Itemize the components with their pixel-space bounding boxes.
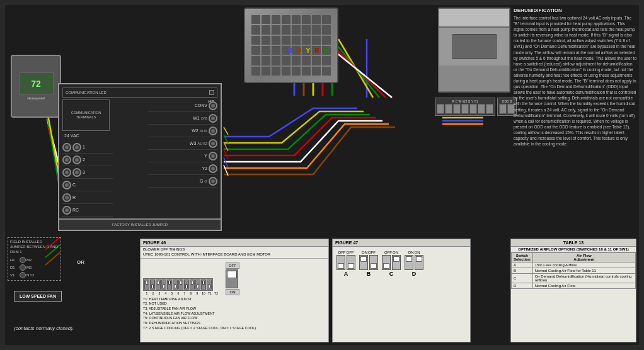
dip-t1 xyxy=(201,279,206,290)
grille-cell xyxy=(272,25,280,34)
grille-cell xyxy=(322,67,331,76)
thermostat-device: 72 Honeywell xyxy=(11,55,61,118)
brt-label-w1: W1 xyxy=(193,116,200,120)
terminal-icon-1b xyxy=(72,143,81,152)
row-b-switch: B xyxy=(512,268,533,274)
terminal-row-2: 2 xyxy=(62,154,113,166)
terminal-icon-rc xyxy=(62,206,71,215)
furnace-body xyxy=(438,8,510,93)
figure-46: FIGURE 46 BLOWER OFF TIMINGSUTEC 1095-10… xyxy=(140,239,329,342)
wire-label-b: B xyxy=(288,47,292,54)
terminal-label-2: 2 xyxy=(83,157,85,162)
field-terminal-h1m2: H1 M2 xyxy=(10,257,59,263)
low-speed-fan-box: LOW SPEED FAN xyxy=(14,291,62,302)
fig46-desc-t6: T6: DEHUMIDIFICATION SETTINGS xyxy=(143,321,326,326)
terminal-label-rc: RC xyxy=(72,208,79,212)
grille-cell xyxy=(322,36,331,45)
dip-number-labels: 1 2 3 4 5 6 7 8 9 10 T1 T2 xyxy=(143,291,219,295)
field-terminal-v1nt2: V1 N T2 xyxy=(10,272,59,278)
dip-6 xyxy=(173,279,178,290)
toggle-b-s1 xyxy=(359,255,368,270)
ts-w xyxy=(453,104,461,114)
low-speed-fan-label: LOW SPEED FAN xyxy=(20,294,56,298)
dip-thumb xyxy=(191,281,193,285)
dip-switches-container: 1 2 3 4 5 6 7 8 9 10 T1 T2 xyxy=(143,262,326,295)
dip-num-10: 10 xyxy=(200,291,207,295)
dip-num-5: 5 xyxy=(169,291,175,295)
terminal-row-3: 3 xyxy=(62,166,113,179)
wire-labels-top: B D Y R C xyxy=(288,47,328,54)
field-installed-label: FIELD INSTALLED JUMPER BETWEEN R AND DHM… xyxy=(10,240,59,254)
fig46-desc-t4: T4: LAT/SENSIBLE AIR FLOW ADJUSTMENT xyxy=(143,312,326,317)
grille-cell xyxy=(322,56,331,65)
toggle-b-label: B xyxy=(367,271,371,277)
comm-led-label: COMMUNICATION LED xyxy=(66,91,207,94)
toggle-thumb-down xyxy=(371,263,377,269)
toggle-group-b: ON OFF B xyxy=(359,251,378,277)
toggle-b-top-left: ON xyxy=(362,251,367,254)
table-13: TABLE 13 OPTIMIZED AIRFLOW OPTIONS (SWIT… xyxy=(510,239,636,342)
brt-conn-y2 xyxy=(209,164,217,173)
grille-cell xyxy=(251,36,260,45)
fig46-desc-t3: T3: ADJUSTABLE FAN AIR FLOW xyxy=(143,307,326,312)
brt-row-w2: W2 AUX xyxy=(148,125,217,137)
grille-cell xyxy=(272,56,280,65)
table-13-title: TABLE 13 xyxy=(511,239,636,247)
toggle-a-label: A xyxy=(344,271,348,277)
toggle-thumb-up xyxy=(416,256,422,262)
grille-cell xyxy=(292,25,301,34)
toggle-a-top: OFF OFF xyxy=(338,251,354,254)
ts-y1 xyxy=(486,104,493,114)
brt-conn-w2 xyxy=(209,127,217,135)
grille-cell xyxy=(322,15,331,24)
grille-cell xyxy=(292,67,301,76)
grille-cell xyxy=(312,36,321,45)
dip-numbers: 1 2 3 4 5 6 7 8 9 10 T1 T2 xyxy=(143,278,219,295)
dip-8 xyxy=(184,279,189,290)
brt-row-w3: W3 AUX2 xyxy=(148,137,217,150)
dip-switch-row xyxy=(143,278,213,291)
ft-label-n: N xyxy=(26,273,29,277)
brt-row-w1: W1 O/B xyxy=(148,112,217,125)
figure-47: FIGURE 47 OFF OFF xyxy=(332,239,471,342)
grille-cell xyxy=(262,15,270,24)
terminal-label-3: 3 xyxy=(83,170,85,174)
brt-label-w3: W3 xyxy=(190,141,197,145)
toggle-d-s1 xyxy=(405,255,413,270)
grille-cell xyxy=(251,46,260,55)
row-c-switch: C xyxy=(512,274,533,283)
brt-row-g: G G xyxy=(148,175,217,188)
toggle-b-switches xyxy=(359,255,378,270)
ts-right-title: ODD B xyxy=(499,99,515,103)
dip-2 xyxy=(150,279,155,290)
figure-47-title: FIGURE 47 xyxy=(333,239,470,247)
right-text-panel: DEHUMIDIFICATION The interface control h… xyxy=(514,8,636,215)
dehumidification-body: The interface control has two optional 2… xyxy=(514,15,636,147)
ft-label-h1: H1 xyxy=(10,258,19,262)
off-on-indicator: OFF ON xyxy=(226,262,239,295)
terminal-label-r: R xyxy=(72,195,76,200)
toggle-thumb-up xyxy=(406,256,412,262)
toggle-a-top-right: OFF xyxy=(347,251,354,254)
fig46-desc-t2: T2: NOT USED xyxy=(143,302,326,307)
dip-t2 xyxy=(207,279,212,290)
svg-line-17 xyxy=(224,142,228,151)
terminal-icon-3b xyxy=(72,168,81,177)
brt-conn-w1 xyxy=(209,114,217,123)
toggle-c-top: OFF ON xyxy=(384,251,398,254)
terminal-row-1: 1 xyxy=(62,141,113,154)
grille-cell xyxy=(282,25,290,34)
figure-46-descriptions: T1: HEAT TEMP RISE ADJUST T2: NOT USED T… xyxy=(143,297,326,331)
grille-cell xyxy=(312,25,321,34)
grille-cell xyxy=(262,56,270,65)
terminal-icon-2b xyxy=(72,155,81,164)
row-b-desc: Normal Cooling Air Flow for Table 11 xyxy=(532,268,635,274)
dehumidification-title: DEHUMIDIFICATION xyxy=(514,8,636,13)
table-row-c: C On Demand Dehumidification (Humidistat… xyxy=(512,274,636,283)
factory-jumper-bar: FACTORY INSTALLED JUMPER xyxy=(59,218,221,230)
brt-conn-w3 xyxy=(209,139,217,148)
figure-46-subtitle: BLOWER OFF TIMINGSUTEC 1095-101 CONTROL … xyxy=(141,247,328,259)
ts-c xyxy=(445,104,452,114)
grille-cell xyxy=(302,36,311,45)
grille-cell xyxy=(262,36,270,45)
